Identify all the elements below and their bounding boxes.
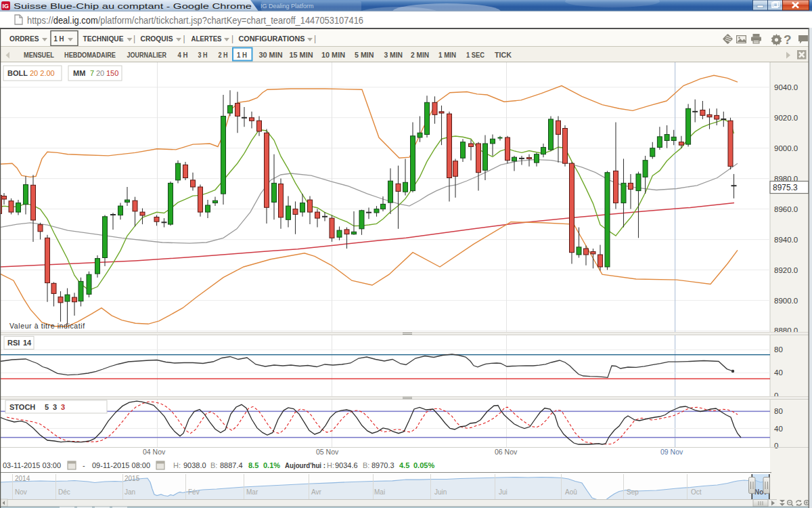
svg-text:0.05%: 0.05% <box>413 461 434 469</box>
svg-text:IG: IG <box>3 3 9 9</box>
svg-text:Juin: Juin <box>434 488 447 496</box>
svg-text:20 2.00: 20 2.00 <box>30 69 55 77</box>
svg-text:H:: H: <box>173 461 181 469</box>
svg-text:7: 7 <box>90 69 94 77</box>
svg-text:8975.3: 8975.3 <box>773 183 798 192</box>
svg-text:Déc: Déc <box>58 488 70 496</box>
svg-text:ALERTES: ALERTES <box>191 35 222 43</box>
svg-text:30 MIN: 30 MIN <box>259 51 283 59</box>
svg-text:15 MIN: 15 MIN <box>290 51 313 59</box>
svg-text:8887.4: 8887.4 <box>220 461 243 469</box>
svg-text:09 Nov: 09 Nov <box>660 448 683 456</box>
svg-text:2 H: 2 H <box>219 51 228 59</box>
svg-text:MENSUEL: MENSUEL <box>24 51 54 59</box>
svg-text:CONFIGURATIONS: CONFIGURATIONS <box>239 35 305 43</box>
svg-text:-: - <box>83 461 85 469</box>
svg-text:80: 80 <box>774 345 783 354</box>
svg-text:3: 3 <box>61 403 65 411</box>
svg-text:H:: H: <box>327 461 334 469</box>
svg-text:8970.3: 8970.3 <box>371 461 394 469</box>
svg-text:https://deal.ig.com/platform/c: https://deal.ig.com/platform/chart/tickc… <box>27 15 363 26</box>
svg-text:Suisse Blue-Chip au comptant -: Suisse Blue-Chip au comptant - Google Ch… <box>14 2 252 10</box>
svg-text:14: 14 <box>23 339 32 347</box>
svg-text:HEBDOMADAIRE: HEBDOMADAIRE <box>64 51 116 59</box>
svg-text:4 H: 4 H <box>178 51 188 59</box>
svg-text:B:: B: <box>210 461 217 469</box>
svg-text:40: 40 <box>774 425 783 433</box>
svg-text:IG Dealing Platform: IG Dealing Platform <box>261 3 314 9</box>
svg-text:150: 150 <box>106 69 118 77</box>
svg-text:|: | <box>231 34 233 43</box>
svg-text:STOCH: STOCH <box>9 403 35 411</box>
svg-text:8920.0: 8920.0 <box>774 266 798 274</box>
svg-text:Jui: Jui <box>499 488 508 496</box>
svg-text:9034.6: 9034.6 <box>335 461 358 469</box>
svg-text:20: 20 <box>96 69 104 77</box>
svg-text:Nov: Nov <box>15 488 27 496</box>
svg-text:2 MIN: 2 MIN <box>411 51 429 59</box>
svg-text:|: | <box>133 34 135 43</box>
svg-text:4.5: 4.5 <box>399 461 409 469</box>
svg-text:0: 0 <box>774 442 778 450</box>
svg-text:5: 5 <box>45 403 49 411</box>
svg-text:BOLL: BOLL <box>7 69 28 77</box>
svg-text:0.1%: 0.1% <box>263 461 280 469</box>
svg-text:40: 40 <box>774 368 783 377</box>
svg-text:2014: 2014 <box>15 475 30 482</box>
svg-text:1 MIN: 1 MIN <box>438 51 456 59</box>
svg-text:Mar: Mar <box>246 488 258 496</box>
svg-text:8900.0: 8900.0 <box>774 297 798 305</box>
svg-text:Sep: Sep <box>627 488 639 496</box>
svg-text:Valeur à titre indicatif: Valeur à titre indicatif <box>9 322 85 330</box>
svg-text:1 SEC: 1 SEC <box>466 51 484 59</box>
svg-text:Oct: Oct <box>691 488 702 496</box>
svg-text:|: | <box>183 34 185 43</box>
svg-text:8.5: 8.5 <box>248 461 258 469</box>
svg-text:9000.0: 9000.0 <box>774 144 798 152</box>
svg-text:05 Nov: 05 Nov <box>316 448 339 456</box>
svg-text:Jan: Jan <box>125 488 135 496</box>
svg-text:TICK: TICK <box>495 51 512 59</box>
svg-text:TECHNIQUE: TECHNIQUE <box>83 35 124 43</box>
svg-text:B:: B: <box>363 461 369 469</box>
svg-text:?: ? <box>784 33 792 47</box>
svg-text:3 MIN: 3 MIN <box>384 51 403 59</box>
svg-text:Aoû: Aoû <box>565 488 577 496</box>
svg-text:MM: MM <box>73 69 85 77</box>
svg-text:RSI: RSI <box>7 339 20 347</box>
svg-text:5 MIN: 5 MIN <box>355 51 374 59</box>
svg-text:3 H: 3 H <box>198 51 208 59</box>
svg-text:CROQUIS: CROQUIS <box>141 35 173 43</box>
svg-text:ORDRES: ORDRES <box>9 35 39 43</box>
svg-text:06 Nov: 06 Nov <box>495 448 518 456</box>
svg-text:9040.0: 9040.0 <box>774 83 798 91</box>
svg-text:9038.0: 9038.0 <box>183 461 206 469</box>
svg-text:Mai: Mai <box>374 488 385 496</box>
svg-text:09-11-2015 08:00: 09-11-2015 08:00 <box>92 461 150 469</box>
svg-text:Fév: Fév <box>188 488 200 496</box>
svg-text:03-11-2015 03:00: 03-11-2015 03:00 <box>3 461 61 469</box>
svg-text:1 H: 1 H <box>54 35 64 43</box>
svg-text:8940.0: 8940.0 <box>774 236 798 244</box>
svg-text:Aujourd'hui :: Aujourd'hui : <box>285 461 325 469</box>
svg-text:9020.0: 9020.0 <box>774 114 798 122</box>
svg-text:|: | <box>314 34 316 43</box>
svg-text:04 Nov: 04 Nov <box>143 448 166 456</box>
svg-text:2015: 2015 <box>125 475 140 482</box>
svg-text:3: 3 <box>53 403 57 411</box>
svg-text:1 H: 1 H <box>237 51 247 59</box>
svg-text:10 MIN: 10 MIN <box>321 51 345 59</box>
svg-text:JOURNALIER: JOURNALIER <box>127 51 167 59</box>
svg-text:Avr: Avr <box>311 488 321 496</box>
svg-text:8960.0: 8960.0 <box>774 205 798 213</box>
svg-text:80: 80 <box>774 407 783 415</box>
